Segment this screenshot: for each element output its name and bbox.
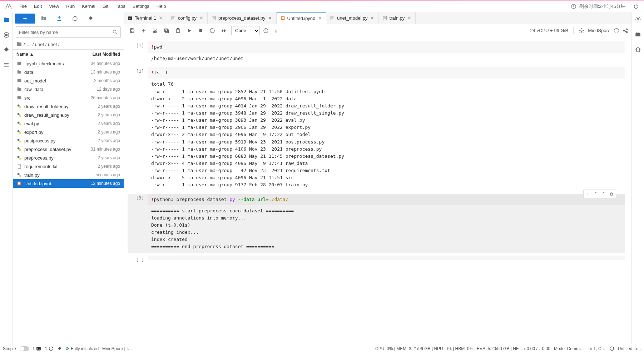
svg-rect-53 [165, 29, 168, 31]
move-down-icon[interactable]: ˅ [600, 191, 607, 198]
close-icon[interactable]: ✕ [268, 16, 273, 21]
notebook-cell[interactable]: [ ] [128, 256, 625, 262]
copy-icon[interactable] [161, 26, 172, 36]
cell-input[interactable]: !python3 preprocess_dataset.py --data_ur… [148, 194, 625, 205]
file-row[interactable]: draw_result_folder.py2 years ago [13, 102, 124, 111]
git-diamond-icon[interactable] [57, 346, 62, 351]
cell-type-select[interactable]: Code [231, 26, 260, 35]
menu-run[interactable]: Run [63, 2, 78, 10]
file-row[interactable]: preprocess_dataset.py31 minutes ago [13, 145, 124, 153]
file-row[interactable]: requirements.txt2 years ago [13, 162, 124, 171]
file-name: eval.py [24, 121, 77, 126]
bug-icon[interactable] [634, 46, 641, 53]
menu-file[interactable]: File [16, 2, 30, 10]
svg-point-18 [18, 139, 20, 141]
save-icon[interactable] [127, 26, 138, 36]
main-menu-bar: FileEditViewRunKernelGitTabsSettingsHelp… [0, 1, 644, 12]
tab[interactable]: train.py✕ [379, 12, 416, 24]
power-icon[interactable] [633, 4, 639, 9]
file-row[interactable]: raw_data12 days ago [13, 85, 124, 94]
stop-icon[interactable] [195, 26, 206, 36]
file-row[interactable]: export.py2 years ago [13, 128, 124, 136]
folder-icon[interactable] [3, 16, 10, 24]
menu-kernel[interactable]: Kernel [78, 2, 99, 10]
notebook-cell[interactable]: [2]!ls -ltotal 76 -rw-r----- 1 ma-user m… [128, 67, 625, 191]
terminal-count[interactable]: 1 [33, 346, 41, 351]
gear-icon[interactable] [634, 16, 641, 23]
share-icon[interactable] [623, 28, 628, 34]
file-filter-input[interactable] [16, 26, 121, 38]
cell-input[interactable] [148, 256, 625, 260]
menu-edit[interactable]: Edit [30, 2, 45, 10]
svg-point-12 [18, 113, 20, 115]
simple-mode-toggle[interactable] [20, 346, 29, 351]
app-logo-icon [4, 2, 13, 11]
menu-help[interactable]: Help [153, 2, 170, 10]
file-row[interactable]: draw_result_single.py2 years ago [13, 111, 124, 119]
refresh-button[interactable] [68, 14, 82, 24]
close-icon[interactable]: ✕ [317, 16, 322, 21]
delete-cell-icon[interactable] [608, 191, 615, 198]
menu-view[interactable]: View [45, 2, 63, 10]
file-row[interactable]: src26 minutes ago [13, 94, 124, 102]
tab[interactable]: unet_model.py✕ [326, 12, 378, 24]
file-browser-panel: / … / unet / unet / Name ▲ Last Modified… [13, 12, 124, 344]
close-icon[interactable]: ✕ [199, 16, 204, 21]
file-row[interactable]: train.pyseconds ago [13, 171, 124, 179]
move-up-icon[interactable]: ˄ [592, 191, 599, 198]
close-icon[interactable]: ✕ [407, 16, 412, 21]
clock-icon[interactable] [261, 26, 271, 36]
add-cell-icon[interactable] [138, 26, 149, 36]
file-row[interactable]: data13 minutes ago [13, 68, 124, 76]
kernel-settings-icon[interactable] [579, 28, 584, 34]
paste-icon[interactable] [173, 26, 183, 36]
new-launcher-button[interactable] [15, 14, 35, 24]
close-icon[interactable]: ✕ [370, 16, 375, 21]
file-row[interactable]: postprocess.py2 years ago [13, 136, 124, 145]
file-row[interactable]: .ipynb_checkpoints34 minutes ago [13, 59, 124, 68]
file-modified: 2 years ago [77, 138, 120, 143]
stop-circle-icon[interactable] [3, 31, 10, 39]
upload-button[interactable] [52, 14, 66, 24]
notebook-cell[interactable]: + ˄ ˅ [3]!python3 preprocess_dataset.py … [128, 194, 625, 253]
clock-icon [571, 4, 576, 9]
new-folder-button[interactable] [36, 14, 51, 24]
git-clone-button[interactable] [84, 14, 98, 24]
svg-point-65 [636, 48, 639, 52]
file-row[interactable]: preprocess.py2 years ago [13, 153, 124, 162]
svg-point-14 [18, 122, 20, 124]
add-above-icon[interactable]: + [584, 191, 591, 198]
tab[interactable]: preprocess_dataset.py✕ [208, 12, 277, 24]
git-branch-icon[interactable] [3, 46, 10, 54]
fast-forward-icon[interactable] [218, 26, 229, 36]
svg-rect-27 [18, 182, 20, 185]
git-branch-label: git [275, 28, 280, 33]
run-icon[interactable] [184, 26, 195, 36]
cell-input[interactable]: !ls -l [148, 67, 625, 79]
notebook-cell[interactable]: [1]!pwd/home/ma-user/work/unet/unet/unet [128, 41, 625, 64]
file-row[interactable]: out_model2 months ago [13, 76, 124, 85]
svg-point-25 [19, 175, 21, 177]
tab-label: preprocess_dataset.py [218, 15, 266, 21]
tab[interactable]: Untitled.ipynb✕ [277, 12, 327, 24]
cut-icon[interactable] [150, 26, 160, 36]
menu-settings[interactable]: Settings [129, 2, 153, 10]
list-icon[interactable] [3, 61, 10, 69]
py-icon [171, 16, 176, 21]
file-row[interactable]: Untitled.ipynb12 minutes ago [13, 179, 124, 188]
tab[interactable]: Terminal 1✕ [124, 12, 167, 24]
file-name: src [24, 95, 77, 101]
file-row[interactable]: eval.py2 years ago [13, 119, 124, 128]
menu-git[interactable]: Git [99, 2, 112, 10]
menu-tabs[interactable]: Tabs [112, 2, 129, 10]
svg-point-20 [18, 147, 20, 150]
cell-input[interactable]: !pwd [148, 41, 625, 53]
tab[interactable]: config.py✕ [167, 12, 208, 24]
restart-icon[interactable] [207, 26, 218, 36]
folder-icon [16, 61, 22, 66]
kernel-name[interactable]: MindSpore [588, 28, 610, 33]
toolbox-icon[interactable] [634, 31, 641, 38]
breadcrumb[interactable]: / … / unet / unet / [13, 39, 124, 49]
close-icon[interactable]: ✕ [158, 16, 163, 21]
kernel-count[interactable]: 1 [45, 346, 54, 351]
